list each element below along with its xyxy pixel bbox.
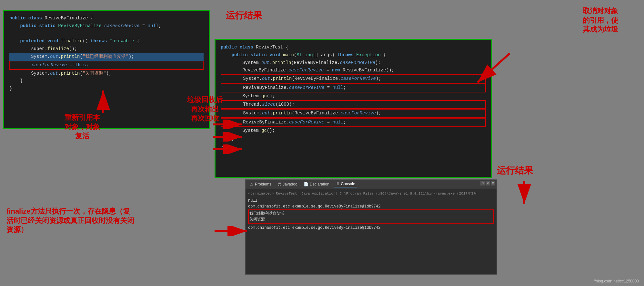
right-line-4: ReviveByFinalize.caseForRevive = new Rev… [221, 67, 486, 74]
right-line-6: ReviveByFinalize.caseForRevive = null; [221, 83, 486, 92]
code-line-6: System.out.println("我已经顺利满血复活"); [9, 53, 204, 61]
arrow-run-result [516, 178, 532, 207]
tab-console-label: Console [341, 182, 355, 186]
code-line-8: System.out.println("关闭资源"); [9, 70, 204, 78]
code-line-7: caseForRevive = this; [9, 61, 204, 70]
footer: //blog.csdn.net/cc1258000 [594, 279, 639, 283]
right-line-7: System.gc(); [221, 92, 486, 100]
right-line-1: public class ReviveTest { [221, 44, 486, 51]
minimize-button[interactable]: □ [480, 181, 485, 185]
code-line-1: public class ReviveByFinalize { [9, 15, 204, 22]
right-line-13: } [221, 143, 486, 150]
right-code-panel: public class ReviveTest { public static … [215, 39, 492, 178]
code-line-3 [9, 30, 204, 38]
right-line-9: System.out.println(ReviveByFinalize.case… [221, 109, 486, 118]
console-body: <terminated> ReviveTest [Java Applicatio… [246, 189, 497, 233]
annotation-finalize-note: finalize方法只执行一次，存在隐患（复活时已经关闭资源或真正回收时没有关闭… [6, 207, 216, 235]
console-header: ⚠ Problems @ Javadoc 📄 Declaration 🖥 Con… [246, 180, 497, 189]
maximize-button[interactable]: ⊠ [491, 181, 495, 185]
code-line-4: protected void finalize() throws Throwab… [9, 37, 204, 45]
right-line-3: System.out.println(ReviveByFinalize.case… [221, 59, 486, 67]
annotation-cancel-ref: 取消对对象的引用，使其成为垃圾 [583, 6, 618, 34]
tab-declaration-label: Declaration [310, 182, 329, 186]
right-line-8: Thread.sleep(1000); [221, 100, 486, 109]
tab-javadoc-label: @ Javadoc [278, 182, 297, 186]
right-line-2: public static void main(String[] args) t… [221, 51, 486, 59]
problems-icon: ⚠ [250, 182, 254, 186]
tab-javadoc[interactable]: @ Javadoc [276, 181, 299, 187]
console-toolbar: □ ✕ ⊠ [480, 181, 495, 185]
right-line-11: System.gc(); [221, 127, 486, 135]
tab-console[interactable]: 🖥 Console [334, 181, 357, 187]
output-null: null [248, 198, 494, 204]
output-hash2: com.chinasofit.etc.example.se.gc.ReviveB… [248, 225, 494, 231]
output-revive: 我已经顺利满血复活关闭资源 [248, 209, 494, 224]
tab-problems[interactable]: ⚠ Problems [248, 181, 273, 187]
code-line-2: public static ReviveByFinalize caseForRe… [9, 22, 204, 30]
code-line-5: super.finalize(); [9, 45, 204, 53]
left-code-panel: public class ReviveByFinalize { public s… [3, 10, 210, 129]
console-panel: ⚠ Problems @ Javadoc 📄 Declaration 🖥 Con… [245, 179, 497, 275]
right-line-10: ReviveByFinalize.caseForRevive = null; [221, 118, 486, 127]
console-icon: 🖥 [336, 182, 340, 186]
tab-problems-label: Problems [255, 182, 271, 186]
output-hash1: com.chinasofit.etc.example.se.gc.ReviveB… [248, 204, 494, 209]
terminated-label: <terminated> ReviveTest [Java Applicatio… [248, 191, 494, 196]
right-line-12: } [221, 135, 486, 143]
close-button[interactable]: ✕ [486, 181, 490, 185]
code-line-10: } [9, 85, 204, 93]
annotation-gc: 垃圾回收后再次输出再次回收 [187, 95, 223, 123]
annotation-run-result-right: 运行结果 [497, 165, 533, 176]
tab-declaration[interactable]: 📄 Declaration [302, 181, 331, 187]
declaration-icon: 📄 [304, 182, 308, 186]
code-line-9: } [9, 77, 204, 85]
arrow-finalize-console [215, 226, 250, 236]
annotation-revive: 重新引用本对象，对象复活 [65, 113, 100, 141]
annotation-run-result-top: 运行结果 [226, 10, 262, 21]
right-line-5: System.out.println(ReviveByFinalize.case… [221, 74, 486, 83]
